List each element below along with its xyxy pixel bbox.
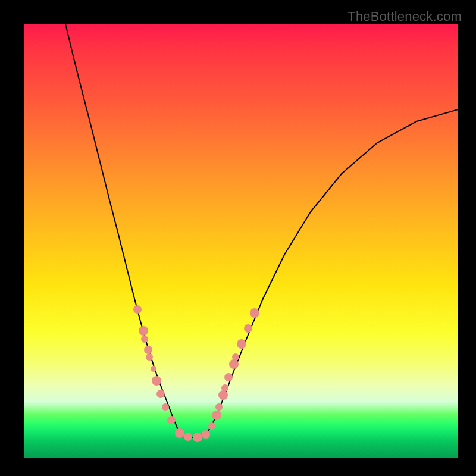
sample-dot [212, 411, 221, 420]
sample-dot [184, 433, 192, 441]
curve-left-branch [65, 24, 180, 434]
sample-dot [244, 324, 252, 333]
sample-dot [167, 416, 176, 424]
sample-dot [237, 339, 246, 349]
sample-dot [250, 308, 259, 318]
sample-dot [133, 305, 142, 314]
sample-dot [208, 422, 215, 430]
sample-dot [141, 336, 148, 343]
sample-dot [202, 430, 210, 439]
sample-dot [156, 390, 165, 398]
sample-dot [224, 373, 233, 381]
chart-frame: TheBottleneck.com [0, 0, 476, 476]
sample-dot [146, 353, 153, 361]
sample-dot [175, 428, 184, 438]
curve-right-branch [205, 109, 458, 435]
sample-dot [144, 346, 152, 354]
watermark-text: TheBottleneck.com [347, 9, 462, 24]
sample-dot [215, 403, 223, 411]
plot-area [24, 24, 458, 458]
sample-dot [162, 403, 169, 411]
sample-dot [139, 326, 148, 336]
sample-dot [221, 384, 228, 392]
sample-dot [218, 390, 228, 400]
sample-dot [152, 376, 161, 386]
sample-dot [193, 433, 202, 442]
sample-dot [229, 359, 239, 369]
chart-svg [24, 24, 458, 458]
sample-dot [232, 353, 239, 361]
sample-dots-group [133, 305, 259, 442]
sample-dot [151, 366, 156, 372]
